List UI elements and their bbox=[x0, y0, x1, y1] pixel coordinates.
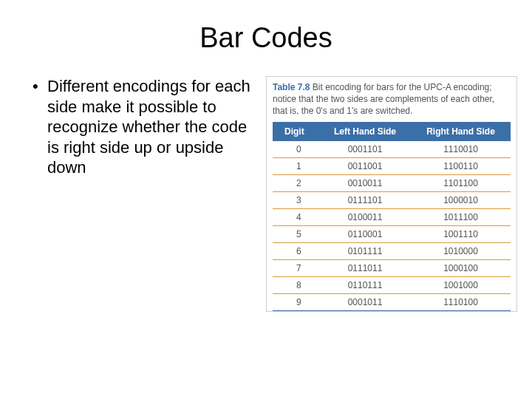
cell-left: 0110001 bbox=[319, 225, 411, 242]
table-row: 601011111010000 bbox=[273, 242, 511, 259]
page-title: Bar Codes bbox=[30, 22, 502, 54]
cell-left: 0100011 bbox=[319, 208, 411, 225]
cell-right: 1110010 bbox=[411, 141, 511, 158]
table-header-row: Digit Left Hand Side Right Hand Side bbox=[273, 122, 511, 141]
cell-left: 0101111 bbox=[319, 242, 411, 259]
cell-right: 1011100 bbox=[411, 208, 511, 225]
cell-right: 1001000 bbox=[411, 276, 511, 293]
cell-digit: 6 bbox=[273, 242, 319, 259]
cell-left: 0111011 bbox=[319, 259, 411, 276]
table-caption: Table 7.8 Bit encoding for bars for the … bbox=[273, 81, 511, 117]
cell-left: 0010011 bbox=[319, 174, 411, 191]
cell-right: 1100110 bbox=[411, 157, 511, 174]
table-body: 0000110111100101001100111001102001001111… bbox=[273, 141, 511, 311]
table-row: 900010111110100 bbox=[273, 293, 511, 310]
cell-digit: 8 bbox=[273, 276, 319, 293]
cell-digit: 4 bbox=[273, 208, 319, 225]
cell-digit: 3 bbox=[273, 191, 319, 208]
cell-right: 1001110 bbox=[411, 225, 511, 242]
cell-digit: 2 bbox=[273, 174, 319, 191]
encoding-table: Digit Left Hand Side Right Hand Side 000… bbox=[273, 122, 511, 311]
table-row: 701110111000100 bbox=[273, 259, 511, 276]
table-row: 000011011110010 bbox=[273, 141, 511, 158]
table-row: 501100011001110 bbox=[273, 225, 511, 242]
cell-digit: 7 bbox=[273, 259, 319, 276]
cell-digit: 9 bbox=[273, 293, 319, 310]
caption-label: Table 7.8 bbox=[273, 82, 310, 92]
cell-digit: 1 bbox=[273, 157, 319, 174]
content-row: Different encodings for each side make i… bbox=[30, 76, 502, 312]
slide: Bar Codes Different encodings for each s… bbox=[0, 0, 532, 399]
cell-right: 1110100 bbox=[411, 293, 511, 310]
table-row: 200100111101100 bbox=[273, 174, 511, 191]
col-left: Left Hand Side bbox=[319, 122, 411, 141]
bullet-item: Different encodings for each side make i… bbox=[30, 76, 251, 178]
col-digit: Digit bbox=[273, 122, 319, 141]
cell-right: 1000100 bbox=[411, 259, 511, 276]
cell-right: 1000010 bbox=[411, 191, 511, 208]
cell-left: 0001101 bbox=[319, 141, 411, 158]
table-row: 801101111001000 bbox=[273, 276, 511, 293]
bullet-column: Different encodings for each side make i… bbox=[30, 76, 251, 312]
cell-left: 0111101 bbox=[319, 191, 411, 208]
table-row: 401000111011100 bbox=[273, 208, 511, 225]
cell-left: 0001011 bbox=[319, 293, 411, 310]
col-right: Right Hand Side bbox=[411, 122, 511, 141]
cell-right: 1101100 bbox=[411, 174, 511, 191]
bullet-list: Different encodings for each side make i… bbox=[30, 76, 251, 178]
cell-right: 1010000 bbox=[411, 242, 511, 259]
encoding-figure: Table 7.8 Bit encoding for bars for the … bbox=[266, 76, 517, 312]
table-column: Table 7.8 Bit encoding for bars for the … bbox=[266, 76, 517, 312]
cell-left: 0110111 bbox=[319, 276, 411, 293]
cell-digit: 0 bbox=[273, 141, 319, 158]
table-row: 100110011100110 bbox=[273, 157, 511, 174]
table-row: 301111011000010 bbox=[273, 191, 511, 208]
cell-digit: 5 bbox=[273, 225, 319, 242]
cell-left: 0011001 bbox=[319, 157, 411, 174]
